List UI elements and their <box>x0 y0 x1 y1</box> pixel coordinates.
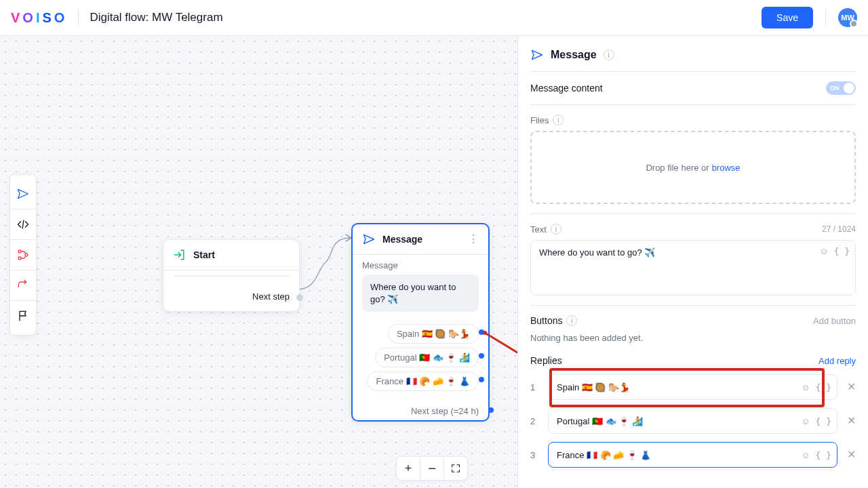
reply-index: 1 <box>530 382 538 392</box>
content-label: Message content <box>530 83 603 94</box>
left-toolbar <box>9 174 37 336</box>
zoom-controls: + − <box>396 456 468 481</box>
node-title: Start <box>193 249 215 260</box>
reply-row: 1 Spain 🇪🇸 🥘 🐎💃 ☺ { } ✕ <box>530 374 856 400</box>
output-port[interactable] <box>479 377 484 382</box>
replies-label: Replies <box>530 355 562 366</box>
app-logo: VOISO <box>11 10 67 26</box>
info-icon[interactable]: i <box>551 224 561 235</box>
text-input[interactable]: Where do you want to go? ✈️ ☺ { } <box>530 240 856 296</box>
emoji-icon[interactable]: ☺ <box>801 382 810 392</box>
output-port[interactable] <box>479 329 484 335</box>
add-reply-link[interactable]: Add reply <box>818 356 856 366</box>
node-subtitle: Message <box>362 260 479 270</box>
svg-point-2 <box>25 253 28 256</box>
reply-pill[interactable]: Spain 🇪🇸 🥘 🐎💃 <box>388 324 479 344</box>
node-next-step: Next step <box>163 285 299 311</box>
reply-input[interactable]: Portugal 🇵🇹 🐟 🍷 🏄 ☺ { } <box>548 408 837 434</box>
canvas[interactable]: Start Next step Message ⋮ Message Where … <box>0 36 868 488</box>
tool-flag-icon[interactable] <box>10 301 36 331</box>
avatar[interactable]: MW <box>838 8 857 27</box>
browse-link[interactable]: browse <box>712 163 741 173</box>
message-bubble: Where do you want to go? ✈️ <box>362 274 479 312</box>
fit-screen-button[interactable] <box>444 457 467 480</box>
file-dropzone[interactable]: Drop file here or browse <box>530 131 856 204</box>
svg-point-0 <box>18 250 21 253</box>
text-counter: 27 / 1024 <box>822 224 856 234</box>
zoom-out-button[interactable]: − <box>420 457 444 480</box>
variable-icon[interactable]: { } <box>816 450 831 460</box>
text-label: Text <box>530 224 547 235</box>
tool-code-icon[interactable] <box>10 209 36 240</box>
divider <box>825 9 826 26</box>
node-message[interactable]: Message ⋮ Message Where do you want to g… <box>351 223 490 422</box>
top-bar: VOISO Digital flow: MW Telegram Save MW <box>0 0 868 36</box>
emoji-icon[interactable]: ☺ <box>819 246 828 256</box>
add-button-link[interactable]: Add button <box>813 316 856 326</box>
node-menu-icon[interactable]: ⋮ <box>468 236 479 243</box>
variable-icon[interactable]: { } <box>816 416 831 426</box>
reply-input[interactable]: Spain 🇪🇸 🥘 🐎💃 ☺ { } <box>548 374 837 400</box>
buttons-label: Buttons <box>530 315 562 326</box>
save-button[interactable]: Save <box>762 7 813 28</box>
output-port[interactable] <box>488 407 494 413</box>
node-next-step: Next step (=24 h) <box>353 399 488 420</box>
info-icon[interactable]: i <box>553 115 564 125</box>
reply-input[interactable]: France 🇫🇷 🥐 🧀 🍷 👗 ☺ { } <box>548 442 837 468</box>
send-icon <box>530 48 544 62</box>
divider <box>78 9 79 26</box>
delete-reply-icon[interactable]: ✕ <box>847 382 856 392</box>
reply-index: 3 <box>530 450 538 460</box>
reply-index: 2 <box>530 416 538 426</box>
emoji-icon[interactable]: ☺ <box>801 416 810 426</box>
delete-reply-icon[interactable]: ✕ <box>847 449 856 460</box>
page-title: Digital flow: MW Telegram <box>90 11 222 24</box>
variable-icon[interactable]: { } <box>816 382 831 392</box>
reply-pill[interactable]: France 🇫🇷 🥐 🧀 🍷 👗 <box>367 371 479 391</box>
tool-send-icon[interactable] <box>10 179 36 209</box>
reply-row: 3 France 🇫🇷 🥐 🧀 🍷 👗 ☺ { } ✕ <box>530 442 856 468</box>
zoom-in-button[interactable]: + <box>397 457 420 480</box>
info-icon[interactable]: i <box>604 49 614 60</box>
svg-point-1 <box>18 257 21 260</box>
node-start[interactable]: Start Next step <box>163 239 300 312</box>
reply-row: 2 Portugal 🇵🇹 🐟 🍷 🏄 ☺ { } ✕ <box>530 408 856 434</box>
panel-title: Message <box>551 49 597 61</box>
delete-reply-icon[interactable]: ✕ <box>847 415 856 426</box>
tool-branch-icon[interactable] <box>10 240 36 270</box>
content-toggle[interactable]: ON <box>826 81 856 95</box>
variable-icon[interactable]: { } <box>834 246 850 256</box>
emoji-icon[interactable]: ☺ <box>801 450 810 460</box>
send-icon <box>362 232 376 246</box>
buttons-empty: Nothing has been added yet. <box>530 333 856 343</box>
tool-redirect-icon[interactable] <box>10 270 36 301</box>
properties-panel: Message i Message content ON Files i Dro… <box>517 36 868 488</box>
output-port[interactable] <box>296 294 303 301</box>
info-icon[interactable]: i <box>566 315 577 326</box>
output-port[interactable] <box>479 353 484 359</box>
reply-pill[interactable]: Portugal 🇵🇹 🐟 🍷 🏄 <box>375 348 479 367</box>
node-title: Message <box>382 234 422 245</box>
files-label: Files <box>530 115 549 125</box>
enter-icon <box>173 248 186 262</box>
